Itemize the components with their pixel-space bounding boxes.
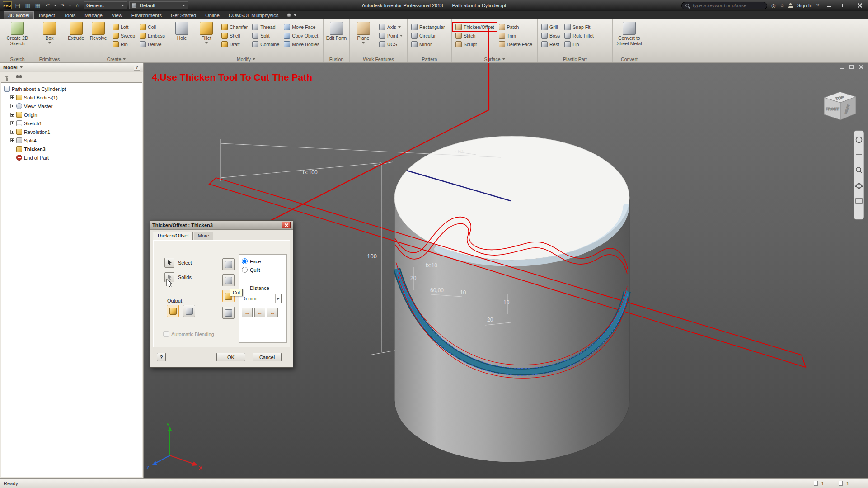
box-dropdown-icon[interactable]	[48, 42, 51, 44]
rib-button[interactable]: Rib	[110, 40, 137, 48]
revolve-button[interactable]: Revolve	[88, 21, 108, 42]
mirror-button[interactable]: Mirror	[409, 40, 447, 48]
tab-inspect[interactable]: Inspect	[35, 12, 59, 19]
rule-fillet-button[interactable]: Rule Fillet	[562, 31, 596, 40]
tree-item-end-of-part[interactable]: End of Part	[2, 153, 141, 162]
combine-button[interactable]: Combine	[250, 40, 282, 48]
convert-to-sheet-metal-button[interactable]: Convert to Sheet Metal	[615, 21, 644, 47]
direction-one-button[interactable]: →	[242, 308, 253, 317]
panel-label-primitives[interactable]: Primitives	[37, 56, 62, 62]
sculpt-button[interactable]: Sculpt	[453, 40, 497, 48]
tab-manage[interactable]: Manage	[80, 12, 107, 19]
undo-icon[interactable]: ↶	[44, 1, 52, 9]
filter-icon[interactable]	[5, 76, 9, 78]
tab-environments[interactable]: Environments	[127, 12, 166, 19]
rest-button[interactable]: Rest	[539, 40, 562, 48]
dialog-tab-more[interactable]: More	[194, 232, 213, 240]
home-view-icon[interactable]: ⌂	[74, 1, 81, 9]
output-surface-button[interactable]	[167, 305, 179, 317]
trim-button[interactable]: Trim	[497, 31, 535, 40]
panel-label-surface[interactable]: Surface	[453, 56, 536, 62]
delete-face-button[interactable]: Delete Face	[497, 40, 535, 48]
distance-input[interactable]	[242, 294, 275, 303]
sign-in-link[interactable]: Sign In	[797, 3, 812, 8]
panel-label-plastic-part[interactable]: Plastic Part	[539, 56, 611, 62]
direction-two-button[interactable]: ←	[254, 308, 265, 317]
thicken-offset-button[interactable]: Thicken/Offset	[453, 23, 497, 31]
quilt-radio-row[interactable]: Quilt	[242, 267, 261, 273]
expand-icon[interactable]	[10, 121, 14, 125]
box-button[interactable]: Box	[38, 21, 62, 45]
tab-comsol[interactable]: COMSOL Multiphysics	[225, 12, 282, 19]
axis-button[interactable]: Axis	[377, 23, 405, 31]
measure-button[interactable]	[222, 307, 235, 319]
tree-item-solid-bodies[interactable]: Solid Bodies(1)	[2, 93, 141, 102]
tab-3d-model[interactable]: 3D Model	[4, 11, 34, 19]
expand-icon[interactable]	[10, 104, 14, 108]
search-box[interactable]	[681, 2, 767, 9]
save-icon[interactable]: ▦	[34, 1, 42, 9]
navigation-bar[interactable]	[854, 131, 864, 219]
join-operation-button[interactable]	[222, 258, 235, 270]
expand-icon[interactable]	[10, 130, 14, 134]
browser-title-dropdown-icon[interactable]	[20, 66, 23, 68]
material-select[interactable]: Generic	[84, 1, 127, 9]
search-input[interactable]	[692, 3, 763, 8]
solids-button[interactable]	[164, 272, 174, 282]
edit-form-button[interactable]: Edit Form	[325, 21, 348, 42]
tree-item-root[interactable]: Path about a Cylinder.ipt	[2, 85, 141, 93]
hole-button[interactable]: Hole	[170, 21, 193, 42]
tree-item-split4[interactable]: Split4	[2, 136, 141, 145]
draft-button[interactable]: Draft	[219, 40, 250, 48]
automatic-blending-row[interactable]: Automatic Blending	[163, 331, 214, 337]
help-icon[interactable]: ?	[816, 3, 819, 8]
tab-tools[interactable]: Tools	[60, 12, 80, 19]
dialog-title-bar[interactable]: Thicken/Offset : Thicken3	[150, 221, 293, 230]
face-radio[interactable]	[242, 258, 248, 264]
close-button[interactable]	[854, 2, 865, 9]
split-button[interactable]: Split	[250, 31, 282, 40]
tree-item-view-master[interactable]: View: Master	[2, 102, 141, 110]
viewcube-front-label[interactable]: FRONT	[826, 107, 839, 111]
boss-button[interactable]: Boss	[539, 31, 562, 40]
expand-icon[interactable]	[10, 95, 14, 99]
select-button[interactable]	[164, 258, 174, 268]
browser-options-icon[interactable]: ?	[134, 65, 140, 71]
panel-label-modify[interactable]: Modify	[170, 56, 322, 62]
extrude-button[interactable]: Extrude	[66, 21, 86, 42]
redo-dropdown-icon[interactable]	[69, 5, 71, 6]
panel-label-pattern[interactable]: Pattern	[409, 56, 450, 62]
patch-button[interactable]: Patch	[497, 23, 535, 31]
ribbon-appearance-icon[interactable]	[287, 13, 291, 17]
expand-icon[interactable]	[10, 113, 14, 117]
fillet-dropdown-icon[interactable]	[205, 42, 208, 44]
quilt-radio[interactable]	[242, 267, 248, 273]
automatic-blending-checkbox[interactable]	[163, 331, 169, 337]
tab-get-started[interactable]: Get Started	[167, 12, 200, 19]
cylinder-model[interactable]	[394, 136, 629, 462]
viewport[interactable]: fx:100 100 50 fx:10 20 60,00 10 10 20	[144, 63, 868, 478]
tree-item-sketch1[interactable]: Sketch1	[2, 119, 141, 128]
output-solid-button[interactable]	[183, 305, 195, 317]
minimize-button[interactable]	[823, 2, 835, 9]
undo-dropdown-icon[interactable]	[54, 5, 56, 6]
snap-fit-button[interactable]: Snap Fit	[562, 23, 596, 31]
panel-label-create[interactable]: Create	[66, 56, 167, 62]
ucs-button[interactable]: UCS	[377, 40, 405, 48]
chamfer-button[interactable]: Chamfer	[219, 23, 250, 31]
coil-button[interactable]: Coil	[137, 23, 167, 31]
panel-label-convert[interactable]: Convert	[614, 56, 644, 62]
find-icon[interactable]	[16, 75, 19, 78]
dialog-tab-thicken-offset[interactable]: Thicken/Offset	[153, 232, 193, 240]
grill-button[interactable]: Grill	[539, 23, 562, 31]
cancel-button[interactable]: Cancel	[253, 353, 282, 361]
sweep-button[interactable]: Sweep	[110, 31, 137, 40]
intersect-operation-button[interactable]	[222, 274, 235, 286]
stitch-button[interactable]: Stitch	[453, 31, 497, 40]
appearance-select[interactable]: Default	[129, 1, 188, 9]
doc-restore-icon[interactable]	[849, 65, 854, 69]
derive-button[interactable]: Derive	[137, 40, 167, 48]
maximize-button[interactable]	[839, 2, 850, 9]
communication-center-icon[interactable]: ◎	[771, 3, 776, 9]
tree-item-revolution1[interactable]: Revolution1	[2, 128, 141, 136]
